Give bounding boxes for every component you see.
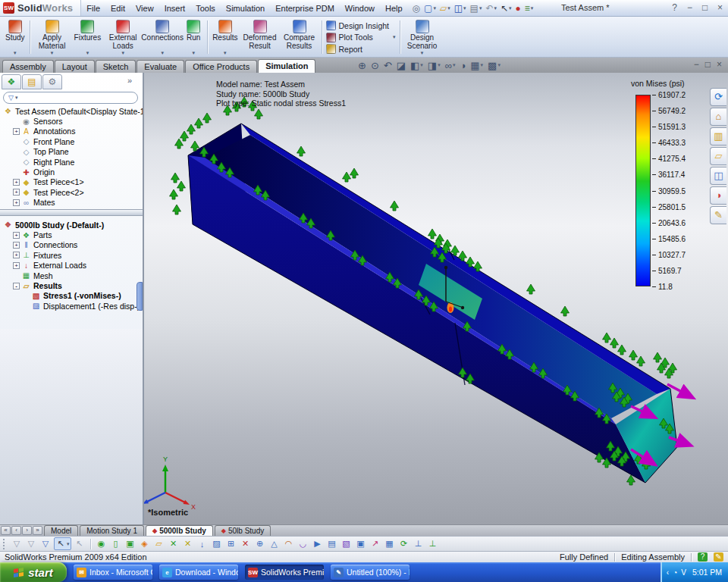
taskbar-button-untitled-100-pai[interactable]: ✎Untitled (100%) - Pai... [331,565,410,580]
tree-item-right-plane[interactable]: ◇Right Plane [2,157,143,167]
clipping-onoff-button[interactable]: ◈ [139,537,151,550]
tray-chevron-icon[interactable]: ‹ [667,568,669,577]
toolbar-drag-handle[interactable] [3,539,5,549]
save-button[interactable]: ◫▾ [453,2,468,15]
lasso-select-button[interactable]: ↖ [74,537,86,550]
tree-item-mesh[interactable]: ▦Mesh [2,271,143,280]
filter-faces-button[interactable]: ▽ [39,537,52,550]
expand-toggle[interactable]: + [13,242,20,249]
iso-surface-button[interactable]: △ [268,537,281,550]
connections-button[interactable]: Connections▼ [143,18,182,56]
hide-show-items-button[interactable]: ∞▾ [444,58,457,72]
tree-item-stress1-vonmises[interactable]: ▧Stress1 (-vonMises-) [2,291,143,301]
annotation-note-icon[interactable]: ✎ [714,552,723,562]
fixture-tool-button[interactable]: ⊥ [413,537,425,550]
tree-filter-input[interactable]: ▽ ▾ [3,92,138,104]
doc-tab-5000lb-study[interactable]: ◆5000lb Study [146,525,213,536]
taskbar-button-download-windows[interactable]: eDownload - Windows ... [159,565,238,580]
list-results-button[interactable]: ▤ [326,537,338,550]
tab-assembly[interactable]: Assembly [2,60,54,73]
external-loads-button[interactable]: External Loads▼ [103,18,143,56]
help-button[interactable]: ? [670,2,679,13]
tab-sketch[interactable]: Sketch [96,60,136,73]
close-button[interactable]: × [715,2,725,13]
tab-evaluate[interactable]: Evaluate [136,60,184,73]
toolbox-button[interactable]: ▥ [710,127,726,146]
tree-item-test-piece-1[interactable]: +◆Test Piece<1> [2,177,143,187]
quick-tips-icon[interactable]: ? [698,552,708,562]
compare-results-button[interactable]: Compare Results [280,18,319,56]
taskbar-button-solidworks-premium-2[interactable]: SWSolidWorks Premium 2... [245,565,324,580]
report-tool-button[interactable]: ▧ [340,537,353,550]
reference-point-button[interactable]: ↓ [196,537,209,550]
menu-edit[interactable]: Edit [105,4,130,13]
panel-splitter[interactable] [0,209,143,216]
tree-item-top-plane[interactable]: ◇Top Plane [2,147,143,157]
tree-item-test-piece-2[interactable]: +◆Test Piece<2> [2,187,143,197]
edit-appearance-button[interactable]: ◑ [458,58,467,72]
tree-item-external-loads[interactable]: +↓External Loads [2,261,143,271]
menu-window[interactable]: Window [340,4,380,13]
select-button[interactable]: ↖▾ [499,2,513,15]
view-settings-button[interactable]: ▩▾ [486,58,502,72]
custom-properties-button[interactable]: ✎ [710,206,726,224]
apply-material-button[interactable]: Apply Material▼ [33,18,72,56]
compare-results-button[interactable]: ▣ [355,537,367,550]
filter-vertices-button[interactable]: ▽ [11,537,23,550]
animate-button[interactable]: ▶ [312,537,324,550]
study-button[interactable]: Study▼ [3,18,27,56]
appearances-scenes-button[interactable]: ◑ [710,186,726,205]
expand-toggle[interactable]: + [13,262,20,269]
tree-item-parts[interactable]: +❖Parts [2,230,143,239]
design-insight-button[interactable]: Design Insight [326,20,396,30]
tab-scroll-button-1[interactable]: ‹ [11,526,21,535]
panel-flyout-handle[interactable] [136,282,143,311]
expand-toggle[interactable]: + [13,189,20,196]
featuremanager-tab-button[interactable]: ❖ [2,74,21,89]
file-explorer-button[interactable]: ▱ [710,147,726,165]
tab-office-products[interactable]: Office Products [185,60,257,73]
rebuild-button[interactable]: ● [514,2,522,15]
print-button[interactable]: ▤▾ [469,2,484,15]
tab-scroll-button-0[interactable]: « [1,526,11,535]
filter-dropdown-icon[interactable]: ▾ [15,95,18,101]
section-clipping-button[interactable]: ▣ [124,537,136,550]
view-palette-button[interactable]: ◫ [710,167,726,185]
view-orientation-button[interactable]: ◧▾ [409,58,425,72]
tab-layout[interactable]: Layout [55,60,95,73]
zoom-area-button[interactable]: ⊙ [369,58,381,72]
expand-toggle[interactable]: - [13,283,20,289]
configurationmanager-tab-button[interactable]: ⚙ [42,74,62,89]
graphics-viewport[interactable]: Y X Z Model name: Test Assem Study name:… [144,73,728,524]
menu-file[interactable]: File [81,4,105,13]
tree-item-fixtures[interactable]: +⊥Fixtures [2,250,143,260]
plot-tools-button[interactable]: Plot Tools▾ [326,33,396,42]
fixtures-button[interactable]: Fixtures▼ [72,18,104,56]
doc-close-button[interactable]: × [717,59,722,70]
menu-help[interactable]: Help [380,4,408,13]
tree-item-front-plane[interactable]: ◇Front Plane [2,136,143,146]
trend-tracker-button[interactable]: ↗ [369,537,381,550]
section-view-button[interactable]: ◪ [395,58,407,72]
display-style-button[interactable]: ◨▾ [426,58,442,72]
tree-item-annotations[interactable]: +AAnnotations [2,127,143,136]
iso-clipping-button[interactable]: ▯ [110,537,122,550]
results-button[interactable]: Results▼ [210,18,240,56]
previous-view-button[interactable]: ↶ [382,58,394,72]
restore-button[interactable]: □ [700,2,710,13]
select-tool-button[interactable]: ↖▾ [54,537,71,550]
chart-options-button[interactable]: ⊞ [225,537,237,550]
measure-button[interactable]: ✕ [168,537,180,550]
doc-tab-motion-study-1[interactable]: Motion Study 1 [80,525,144,536]
mesh-plot-button[interactable]: ▦ [384,537,396,550]
run-button[interactable]: Run▼ [182,18,205,56]
probe-button[interactable]: ◉ [96,537,108,550]
report-button[interactable]: Report [326,44,396,54]
menu-enterprise-pdm[interactable]: Enterprise PDM [270,4,340,13]
load-tool-button[interactable]: ⊥ [427,537,439,550]
design-scenario-button[interactable]: Design Scenario▼ [403,18,442,56]
apply-scene-button[interactable]: ▦▾ [469,58,485,72]
expand-toggle[interactable]: + [13,179,20,186]
options-button[interactable]: ≡▾ [523,2,535,15]
open-folder-button[interactable]: ▱ [153,537,165,550]
